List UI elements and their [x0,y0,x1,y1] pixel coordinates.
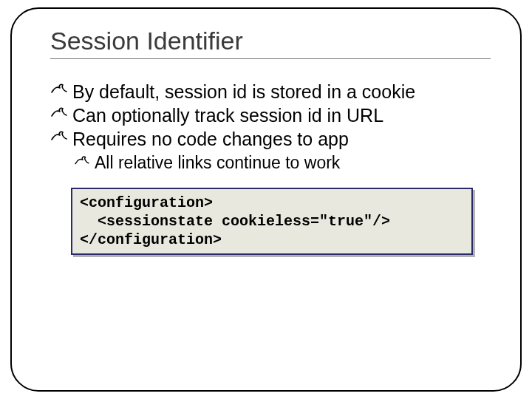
slide-frame: Session Identifier By default, session i… [10,7,522,392]
bullet-item: Can optionally track session id in URL [50,103,491,127]
slide: Session Identifier By default, session i… [0,0,532,399]
code-block: <configuration> <sessionstate cookieless… [71,188,473,255]
title-rule [50,58,491,59]
slide-title: Session Identifier [50,27,491,55]
sub-bullet-list: All relative links continue to work [50,152,491,174]
bullet-item: Requires no code changes to app [50,127,491,151]
bullet-item: By default, session id is stored in a co… [50,80,491,103]
bullet-list: By default, session id is stored in a co… [50,80,491,151]
sub-bullet-item: All relative links continue to work [74,152,491,174]
